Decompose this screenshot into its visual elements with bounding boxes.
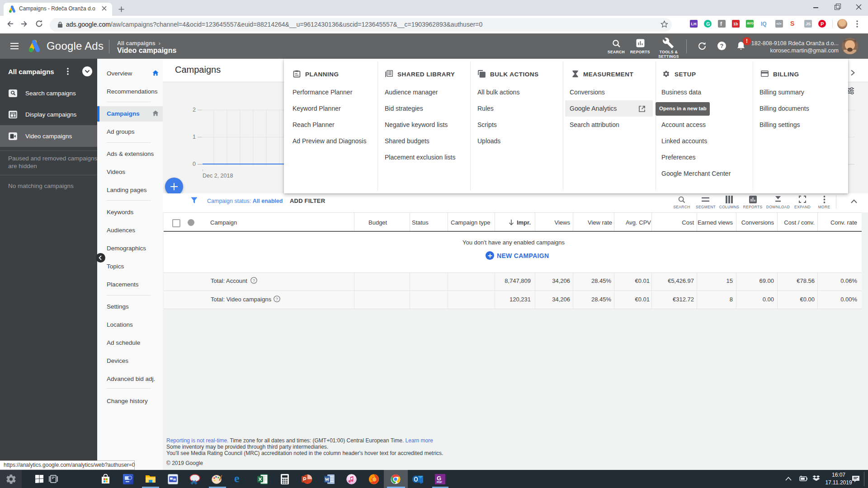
svg-text:?: ? bbox=[720, 42, 724, 49]
svg-text:?: ? bbox=[253, 278, 255, 283]
svg-text:?: ? bbox=[276, 296, 278, 301]
